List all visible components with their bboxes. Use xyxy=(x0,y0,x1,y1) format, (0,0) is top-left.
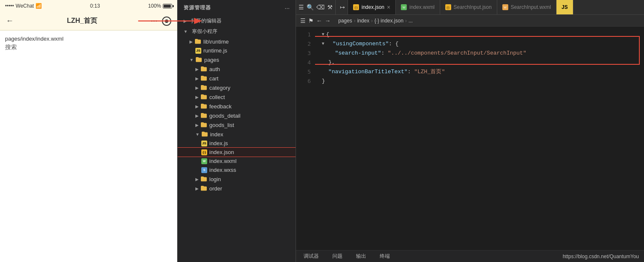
line-num-3: 3 xyxy=(296,49,311,58)
folder-goods-list[interactable]: ▶ goods_list xyxy=(178,120,296,130)
searchinput-json-tab-icon: {·} xyxy=(445,4,451,10)
tab-index-json[interactable]: {·} index.json × xyxy=(348,0,396,15)
index-json-icon: {·} xyxy=(201,149,207,155)
open-editors-arrow: ▶ xyxy=(184,19,187,23)
editor-bottom-panel: 调试器 问题 输出 终端 https://blog.csdn.net/Quant… xyxy=(296,250,644,262)
feedback-label: feedback xyxy=(209,103,232,110)
dots-menu-icon[interactable]: ··· xyxy=(151,17,158,25)
editor-toolbar: ☰ ⚑ ← → pages › index › {·} index.json ›… xyxy=(296,15,644,27)
wifi-icon: 📶 xyxy=(36,3,42,9)
phone-status-bar: ••••• WeChat 📶 0:13 100% xyxy=(0,0,177,12)
folder-icon-login xyxy=(200,176,207,182)
folder-icon-feedback xyxy=(200,103,207,110)
file-runtime-js[interactable]: JS runtime.js xyxy=(178,46,296,55)
file-index-wxss[interactable]: S index.wxss xyxy=(178,165,296,174)
tab-searchinput-wxml[interactable]: W SearchInput.wxml xyxy=(497,0,556,15)
split-editor-icon[interactable]: ↦ xyxy=(337,0,348,14)
folder-login[interactable]: ▶ login xyxy=(178,174,296,184)
editor-code-area[interactable]: ▼ { ▼ "usingComponents" : { "search-inpu… xyxy=(315,27,644,250)
project-arrow: ▼ xyxy=(184,29,188,34)
code-key-usingcomponents: "usingComponents" xyxy=(326,39,389,49)
phone-battery-area: 100% xyxy=(148,3,172,9)
explorer-more-icon[interactable]: ··· xyxy=(285,5,290,11)
bottom-link[interactable]: https://blog.csdn.net/QuantumYou xyxy=(563,254,639,259)
folder-index[interactable]: ▼ index xyxy=(178,130,296,139)
breadcrumb-pages[interactable]: pages xyxy=(338,18,352,24)
folder-cart[interactable]: ▶ cart xyxy=(178,74,296,83)
folder-feedback[interactable]: ▶ feedback xyxy=(178,102,296,111)
search-icon[interactable]: 🔍 xyxy=(307,4,314,11)
folder-icon-collect xyxy=(200,94,207,100)
category-label: category xyxy=(209,85,230,91)
git-icon[interactable]: ⌫ xyxy=(316,4,325,11)
phone-search-text: 搜索 xyxy=(5,44,172,51)
line-num-4: 4 xyxy=(296,58,311,67)
folder-auth[interactable]: ▶ auth xyxy=(178,64,296,74)
code-string-searchinput-path: "../../components/SearchInput/SearchInpu… xyxy=(388,49,526,58)
tab-issues[interactable]: 问题 xyxy=(330,252,345,261)
code-line-2: ▼ "usingComponents" : { xyxy=(322,39,637,49)
index-json-tab-icon: {·} xyxy=(353,4,359,10)
debug-icon[interactable]: ⚒ xyxy=(327,4,333,11)
index-js-label: index.js xyxy=(209,140,228,146)
index-json-tab-label: index.json xyxy=(362,4,384,10)
back-arrow-icon[interactable]: ← xyxy=(6,17,14,25)
folder-icon-lib xyxy=(195,38,201,45)
folder-collect[interactable]: ▶ collect xyxy=(178,92,296,102)
file-index-wxml[interactable]: W index.wxml xyxy=(178,157,296,165)
explorer-panel: 资源管理器 ··· ▶ 打开的编辑器 ▼ 寒假小程序 ▶ lib\runtime… xyxy=(178,0,296,262)
file-index-js[interactable]: JS index.js xyxy=(178,139,296,148)
tab-terminal[interactable]: 终端 xyxy=(377,252,392,261)
folder-lib-runtime[interactable]: ▶ lib\runtime xyxy=(178,37,296,46)
auth-label: auth xyxy=(209,66,220,72)
collapse-arrow-feedback: ▶ xyxy=(195,104,199,109)
project-section[interactable]: ▼ 寒假小程序 xyxy=(178,26,296,37)
code-line-6: } xyxy=(322,77,637,86)
code-key-navbartitletext: "navigationBarTitleText" xyxy=(322,67,408,77)
hamburger-icon[interactable]: ☰ xyxy=(299,4,304,11)
index-json-label: index.json xyxy=(209,149,234,155)
explorer-title-label: 资源管理器 xyxy=(184,4,211,11)
open-editors-section[interactable]: ▶ 打开的编辑器 xyxy=(178,16,296,26)
line-num-1: 1 xyxy=(296,30,311,39)
folder-order[interactable]: ▶ order xyxy=(178,184,296,193)
code-key-searchinput: "search-input" xyxy=(322,49,381,58)
folder-goods-detail[interactable]: ▶ goods_detail xyxy=(178,111,296,120)
index-wxml-tab-label: index.wxml xyxy=(409,4,434,10)
collapse-arrow-cart: ▶ xyxy=(195,76,199,81)
tab-debugger[interactable]: 调试器 xyxy=(301,252,321,261)
login-label: login xyxy=(209,176,221,182)
folder-pages[interactable]: ▼ pages xyxy=(178,55,296,64)
collapse-arrow-category: ▶ xyxy=(195,85,199,90)
file-index-json[interactable]: {·} index.json xyxy=(178,148,296,157)
code-line-4: }, xyxy=(322,58,637,67)
breadcrumb-file[interactable]: {·} index.json xyxy=(374,18,403,24)
folder-category[interactable]: ▶ category xyxy=(178,83,296,92)
index-wxss-icon: S xyxy=(201,167,207,173)
searchinput-wxml-tab-label: SearchInput.wxml xyxy=(511,4,551,10)
line-num-6: 6 xyxy=(296,77,311,86)
editor-tab-bar: ☰ 🔍 ⌫ ⚒ ↦ {·} index.json × W index.wxml … xyxy=(296,0,644,15)
bookmark-icon[interactable]: ⚑ xyxy=(308,17,314,24)
folder-icon-pages xyxy=(195,56,202,63)
list-icon[interactable]: ☰ xyxy=(300,17,306,24)
breadcrumb-index[interactable]: index xyxy=(357,18,370,24)
folder-icon-cart xyxy=(200,75,207,82)
phone-signal-area: ••••• WeChat 📶 xyxy=(5,3,42,9)
collapse-arrow-goods-detail: ▶ xyxy=(195,113,199,118)
breadcrumb-ellipsis[interactable]: ... xyxy=(408,18,413,24)
toolbar-nav-icons: ☰ ⚑ ← → xyxy=(300,17,331,24)
index-json-tab-close[interactable]: × xyxy=(387,4,390,10)
open-editors-label: 打开的编辑器 xyxy=(191,17,222,25)
tab-js[interactable]: JS xyxy=(556,0,573,15)
record-button[interactable] xyxy=(162,17,171,26)
forward-nav-icon[interactable]: → xyxy=(325,17,331,24)
back-nav-icon[interactable]: ← xyxy=(316,17,322,24)
battery-percent: 100% xyxy=(148,3,161,9)
index-wxml-icon: W xyxy=(201,158,207,164)
tab-searchinput-json[interactable]: {·} SearchInput.json xyxy=(440,0,497,15)
phone-nav-bar: ← LZH_首页 ··· xyxy=(0,12,177,30)
carrier-label: WeChat xyxy=(16,3,34,9)
tab-index-wxml[interactable]: W index.wxml xyxy=(396,0,440,15)
tab-output[interactable]: 输出 xyxy=(354,252,369,261)
